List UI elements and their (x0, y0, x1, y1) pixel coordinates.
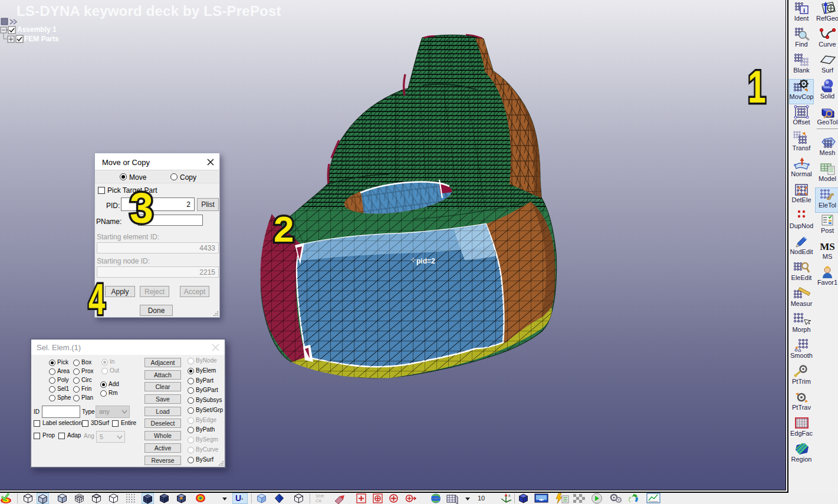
svg-text:pid=2: pid=2 (416, 257, 435, 265)
svg-text:x: x (508, 493, 511, 498)
svg-text:i: i (803, 6, 805, 14)
svg-text:MS: MS (820, 241, 835, 252)
